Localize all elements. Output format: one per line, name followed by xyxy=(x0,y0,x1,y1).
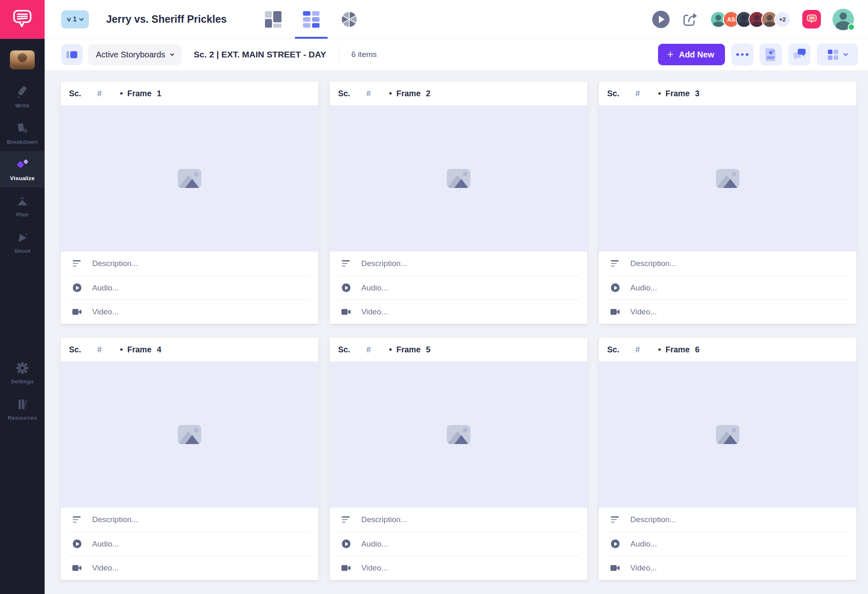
audio-field[interactable]: Audio... xyxy=(338,276,579,300)
studiobinder-logo[interactable] xyxy=(0,0,45,39)
frame-label: Frame xyxy=(665,345,690,354)
frame-image-dropzone[interactable] xyxy=(330,105,587,252)
audio-field[interactable]: Audio... xyxy=(69,532,310,556)
share-button[interactable] xyxy=(681,11,699,28)
top-header: v 1 Jerry vs. Sheriff Prickles xyxy=(45,0,868,39)
grid-view-icon xyxy=(828,50,838,60)
more-options-button[interactable] xyxy=(731,43,754,66)
sidebar-item-breakdown[interactable]: Breakdown xyxy=(0,115,45,151)
video-field[interactable]: Video... xyxy=(607,556,848,580)
description-field[interactable]: Description... xyxy=(69,252,310,276)
sidebar-nav: Write Breakdown Visualize Plan xyxy=(0,78,45,427)
sidebar-item-label: Shoot xyxy=(14,248,30,254)
frame-card: Sc. # • Frame 5 Description... Audio... xyxy=(330,338,587,580)
version-dropdown[interactable]: v 1 xyxy=(61,10,89,29)
video-camera-icon xyxy=(610,307,620,317)
avatar-overflow-badge[interactable]: +2 xyxy=(774,11,791,28)
play-button[interactable] xyxy=(652,11,670,28)
audio-play-icon xyxy=(341,283,351,293)
frame-image-dropzone[interactable] xyxy=(61,361,318,508)
project-thumbnail[interactable] xyxy=(10,50,35,69)
sidebar-item-settings[interactable]: Settings xyxy=(0,354,45,391)
audio-field[interactable]: Audio... xyxy=(607,532,848,556)
storyboard-toolbar: Active Storyboards Sc. 2 | EXT. MAIN STR… xyxy=(45,39,868,70)
description-field[interactable]: Description... xyxy=(69,508,310,532)
frame-label: Frame xyxy=(127,89,152,98)
mountain-icon xyxy=(16,195,29,208)
grid-view-selector-button[interactable] xyxy=(817,43,858,66)
pages-icon xyxy=(16,122,29,135)
frame-card-header: Sc. # • Frame 4 xyxy=(61,338,318,361)
storyboard-grid: Sc. # • Frame 1 Description... Audio... xyxy=(61,82,858,580)
frame-number: 3 xyxy=(695,89,700,98)
user-avatar[interactable] xyxy=(832,9,854,30)
sidebar-item-visualize[interactable]: Visualize xyxy=(0,151,45,188)
scene-number-field[interactable]: # xyxy=(635,345,640,354)
frame-label: Frame xyxy=(665,89,690,98)
frame-card-header: Sc. # • Frame 6 xyxy=(599,338,856,361)
frame-label: Frame xyxy=(127,345,152,354)
scene-label: Sc. xyxy=(607,345,619,354)
side-panel-toggle-button[interactable] xyxy=(61,44,83,65)
sidebar-item-label: Settings xyxy=(11,378,34,385)
scene-number-field[interactable]: # xyxy=(366,89,371,98)
storyboard-grid-icon xyxy=(303,10,320,29)
scene-number-field[interactable]: # xyxy=(366,345,371,354)
collaborator-avatars[interactable]: AS +2 xyxy=(710,11,791,28)
tab-storyboard-grid-view[interactable] xyxy=(292,0,330,39)
export-pdf-button[interactable]: PDF xyxy=(760,43,782,66)
content-area: Sc. # • Frame 1 Description... Audio... xyxy=(45,70,868,594)
scene-number-field[interactable]: # xyxy=(97,345,102,354)
frame-label: Frame xyxy=(396,345,421,354)
image-placeholder-icon xyxy=(447,425,470,444)
description-field[interactable]: Description... xyxy=(607,508,848,532)
sidebar-item-resources[interactable]: Resources xyxy=(0,391,45,427)
panel-icon xyxy=(67,51,69,58)
video-field[interactable]: Video... xyxy=(338,556,579,580)
scene-number-field[interactable]: # xyxy=(97,89,102,98)
frame-card: Sc. # • Frame 3 Description... Audio... xyxy=(599,82,856,324)
plus-icon: + xyxy=(667,49,673,59)
description-field[interactable]: Description... xyxy=(338,508,579,532)
frame-card-fields: Description... Audio... Video... xyxy=(330,508,587,580)
scene-number-field[interactable]: # xyxy=(635,89,640,98)
video-field[interactable]: Video... xyxy=(338,299,579,324)
items-count: 6 items xyxy=(351,50,377,59)
sidebar-item-write[interactable]: Write xyxy=(0,78,45,115)
frame-image-dropzone[interactable] xyxy=(330,361,587,508)
video-field[interactable]: Video... xyxy=(69,556,310,580)
description-field[interactable]: Description... xyxy=(607,252,848,276)
project-title[interactable]: Jerry vs. Sheriff Prickles xyxy=(106,13,227,25)
sidebar-item-label: Write xyxy=(15,102,30,109)
frame-image-dropzone[interactable] xyxy=(61,105,318,252)
studiobinder-app-button[interactable] xyxy=(802,10,821,29)
bullet: • xyxy=(120,89,123,98)
image-placeholder-icon xyxy=(447,169,470,188)
sidebar-item-shoot[interactable]: Shoot xyxy=(0,224,45,260)
video-field[interactable]: Video... xyxy=(607,299,848,324)
storyboard-collection-dropdown[interactable]: Active Storyboards xyxy=(88,44,181,65)
frame-number: 5 xyxy=(426,345,431,354)
online-status-dot xyxy=(848,24,855,31)
audio-field[interactable]: Audio... xyxy=(338,532,579,556)
description-field[interactable]: Description... xyxy=(338,252,579,276)
video-camera-icon xyxy=(72,307,82,317)
tab-shot-view[interactable] xyxy=(330,0,368,39)
add-new-button[interactable]: + Add New xyxy=(658,44,725,65)
chevron-down-icon xyxy=(79,16,83,21)
sidebar-item-plan[interactable]: Plan xyxy=(0,188,45,224)
frame-image-dropzone[interactable] xyxy=(599,361,856,508)
video-camera-icon xyxy=(610,563,620,573)
comments-button[interactable] xyxy=(788,43,811,66)
audio-field[interactable]: Audio... xyxy=(69,276,310,300)
gear-icon xyxy=(16,361,29,375)
audio-play-icon xyxy=(610,539,620,549)
toolbar-actions: + Add New PDF xyxy=(658,43,858,66)
books-icon xyxy=(16,398,29,411)
tab-moodboard-view[interactable] xyxy=(254,0,292,39)
video-field[interactable]: Video... xyxy=(69,299,310,324)
sidebar-item-label: Resources xyxy=(8,415,37,421)
frame-image-dropzone[interactable] xyxy=(599,105,856,252)
audio-field[interactable]: Audio... xyxy=(607,276,848,300)
collection-label: Active Storyboards xyxy=(96,50,165,59)
